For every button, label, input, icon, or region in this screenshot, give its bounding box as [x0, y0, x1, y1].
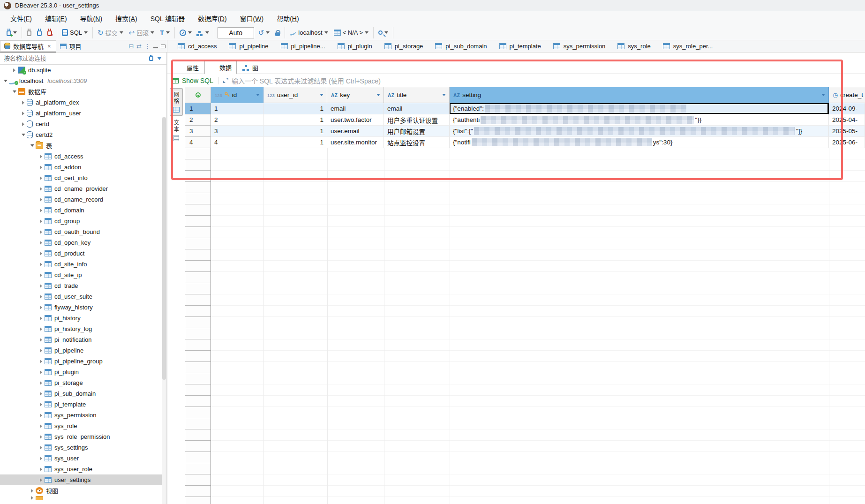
editor-tab[interactable]: pi_storage — [384, 43, 423, 50]
sql-editor-button[interactable]: SQL — [60, 28, 89, 37]
editor-tab[interactable]: sys_permission — [553, 43, 606, 50]
tree-row[interactable]: cd_trade 64K — [0, 280, 162, 291]
column-header[interactable]: key — [327, 87, 384, 103]
sidebar-scrollbar[interactable] — [162, 117, 166, 504]
result-tab[interactable]: 属性 — [172, 61, 203, 74]
chevron-down-icon[interactable] — [120, 31, 123, 34]
funnel-filter-icon[interactable] — [157, 57, 162, 60]
expander-chevron-icon[interactable] — [29, 496, 36, 500]
expander-chevron-icon[interactable] — [20, 101, 27, 105]
editor-tab[interactable]: cd_access — [178, 43, 217, 50]
tab-database-navigator[interactable]: 数据库导航 × — [0, 40, 56, 53]
scrollbar-thumb[interactable] — [162, 117, 166, 380]
column-header[interactable]: create_t — [829, 87, 865, 103]
tab-projects[interactable]: 项目 — [56, 40, 85, 53]
cell-title[interactable]: 用户多重认证设置 — [384, 114, 450, 126]
tree-row[interactable]: cd_cname_record 32K — [0, 194, 162, 205]
tree-row[interactable]: pi_sub_domain 48K — [0, 388, 162, 399]
cell-user-id[interactable]: 1 — [263, 114, 327, 126]
tree-row[interactable]: cd_cname_provider — [0, 183, 162, 194]
expander-chevron-icon[interactable] — [20, 112, 27, 115]
expander-chevron-icon[interactable] — [38, 230, 45, 234]
commit-mode-select[interactable]: Auto — [218, 27, 254, 38]
cell-id[interactable]: 2 — [211, 114, 263, 126]
expander-chevron-icon[interactable] — [38, 155, 45, 158]
table-row[interactable]: 2 2 1 user.two.factor 用户多重认证设置 {"authent… — [185, 114, 865, 126]
expander-chevron-icon[interactable] — [29, 489, 36, 493]
cell-id[interactable]: 4 — [211, 137, 263, 148]
expander-chevron-icon[interactable] — [38, 446, 45, 450]
cell-setting[interactable]: {"enabled": — [450, 103, 829, 114]
expander-chevron-icon[interactable] — [38, 252, 45, 256]
tree-row[interactable]: 视图 — [0, 485, 162, 496]
show-sql-button[interactable]: Show SQL — [182, 77, 213, 84]
tree-row[interactable]: ai_platform_user — [0, 108, 162, 119]
menu-item[interactable]: 数据库(D) — [192, 12, 232, 25]
tree-row[interactable]: cd_open_key 48K — [0, 237, 162, 248]
tree-row[interactable]: sys_user_role 16K — [0, 464, 162, 474]
expander-chevron-icon[interactable] — [38, 338, 45, 342]
expander-chevron-icon[interactable] — [38, 478, 45, 482]
refresh-button[interactable]: ↺ — [257, 28, 271, 37]
editor-tab[interactable]: pi_pipeline — [229, 43, 268, 50]
chevron-down-icon[interactable] — [205, 31, 209, 34]
connection-filter-input[interactable] — [3, 54, 147, 62]
menu-item[interactable]: 导航(N) — [75, 12, 108, 25]
cell-id[interactable]: 3 — [211, 126, 263, 137]
column-filter-caret[interactable] — [442, 94, 446, 96]
tree-row[interactable]: ai_platform_dex — [0, 97, 162, 108]
expander-chevron-icon[interactable] — [38, 187, 45, 191]
editor-tab[interactable]: sys_role — [617, 43, 650, 50]
column-header[interactable]: user_id — [263, 87, 327, 103]
cell-setting[interactable]: {"notifi ys":30} — [450, 137, 829, 148]
new-connection-button[interactable] — [5, 28, 18, 37]
menu-item[interactable]: SQL 编辑器 — [145, 12, 190, 25]
expander-chevron-icon[interactable] — [38, 457, 45, 460]
row-number-cell[interactable]: 1 — [185, 103, 211, 114]
sql-filter-placeholder[interactable]: 输入一个 SQL 表达式来过滤结果 (使用 Ctrl+Space) — [232, 76, 381, 85]
tree-row[interactable]: 数据库 — [0, 86, 162, 97]
cell-create-time[interactable]: 2025-06- — [829, 137, 865, 148]
menu-item[interactable]: 编辑(E) — [39, 12, 73, 25]
performance-button[interactable] — [178, 29, 193, 37]
editor-tab[interactable]: pi_sub_domain — [435, 43, 487, 50]
result-tab[interactable]: 数据 — [204, 60, 237, 74]
chevron-down-icon[interactable] — [384, 31, 388, 34]
disconnect-button[interactable] — [46, 28, 53, 37]
column-filter-caret[interactable] — [320, 94, 323, 96]
row-number-cell[interactable]: 4 — [185, 137, 211, 148]
column-header[interactable]: title — [384, 87, 450, 103]
expander-chevron-icon[interactable] — [38, 165, 45, 169]
chevron-down-icon[interactable] — [188, 31, 192, 34]
row-number-cell[interactable]: 2 — [185, 114, 211, 126]
tree-row[interactable]: flyway_history 16K — [0, 302, 162, 313]
tree-row[interactable]: cd_access 32K — [0, 151, 162, 162]
connect-button[interactable] — [25, 28, 33, 37]
chevron-down-icon[interactable] — [365, 31, 369, 34]
table-row[interactable]: 1 1 1 email email {"enabled": 2024-09- — [185, 103, 865, 114]
cell-key[interactable]: user.email — [327, 126, 384, 137]
tree-row[interactable] — [0, 496, 162, 500]
cell-user-id[interactable]: 1 — [263, 103, 327, 114]
expander-chevron-icon[interactable] — [38, 284, 45, 288]
minimize-icon[interactable] — [153, 47, 158, 48]
maximize-icon[interactable] — [161, 45, 165, 48]
cell-id[interactable]: 1 — [211, 103, 263, 114]
lock-button[interactable] — [274, 29, 281, 37]
cell-user-id[interactable]: 1 — [263, 126, 327, 137]
chevron-down-icon[interactable] — [13, 31, 17, 34]
expander-chevron-icon[interactable] — [38, 370, 45, 374]
expander-chevron-icon[interactable] — [38, 263, 45, 266]
rollback-button[interactable]: ↩回滚 — [128, 27, 156, 38]
collapse-all-icon[interactable]: ⊟ — [127, 43, 135, 50]
tree-row[interactable]: cd_site_ip 48K — [0, 270, 162, 280]
select-all-radio-icon[interactable] — [196, 92, 201, 98]
presentation-tab[interactable]: 文本 — [170, 117, 183, 144]
editor-tab[interactable]: pi_pipeline... — [281, 43, 325, 50]
cell-create-time[interactable]: 2025-05- — [829, 126, 865, 137]
expander-chevron-icon[interactable] — [20, 122, 27, 126]
expander-chevron-icon[interactable] — [38, 403, 45, 406]
cell-user-id[interactable]: 1 — [263, 137, 327, 148]
er-diagram-button[interactable] — [196, 29, 211, 37]
tree-row[interactable]: cd_group 16K — [0, 216, 162, 226]
